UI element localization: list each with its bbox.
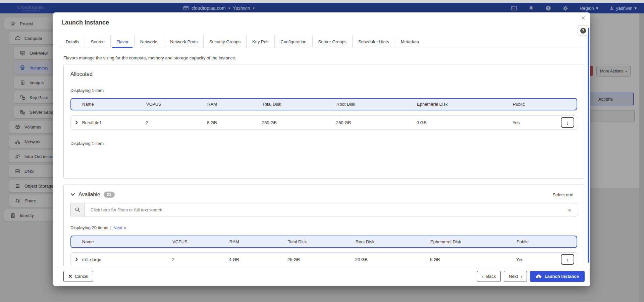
tab-configuration[interactable]: Configuration [275,35,312,48]
col-ram: RAM [207,102,262,107]
svg-text:?: ? [547,6,549,10]
clear-search-icon[interactable]: × [562,203,577,216]
cloud-upload-icon [536,274,542,279]
launch-instance-button[interactable]: Launch Instance [530,271,585,282]
next-chevron-icon: › [521,274,522,279]
allocate-arrow-up-button[interactable]: ↑ [561,254,574,265]
brand-logo-text: Cloudtopiaa [12,5,49,10]
tab-source[interactable]: Source [85,35,111,48]
search-input[interactable] [85,203,562,216]
col-ram: RAM [229,239,288,244]
tab-server-groups[interactable]: Server Groups [313,35,353,48]
allocated-flavor-row[interactable]: BurstLite1 2 8 GB 250 GB 250 GB 0 GB Yes… [70,115,577,130]
context-domain: cloudtopiaa.com [192,5,226,11]
tab-security-groups[interactable]: Security Groups [204,35,247,48]
modal-body: Flavors manage the sizing for the comput… [53,48,590,266]
notifications-bell-icon[interactable] [528,5,534,11]
region-label: Region [580,6,594,11]
flavor-search-bar: × [70,203,577,216]
flavor-root-disk: 20 GB [355,257,430,262]
tab-network-ports[interactable]: Network Ports [164,35,204,48]
next-button[interactable]: Next › [504,271,527,282]
available-flavor-row[interactable]: m1.xlarge 2 4 GB 25 GB 20 GB 5 GB Yes ↑ [70,252,577,266]
flavor-name: m1.xlarge [82,257,101,262]
region-dropdown[interactable]: Region ▾ [580,5,598,11]
available-title: Available [78,192,100,198]
col-ephemeral-disk: Ephemeral Disk [417,102,513,107]
chevron-right-icon[interactable] [75,257,78,261]
col-total-disk: Total Disk [262,102,336,107]
available-count-badge: 21 [104,192,115,198]
username-label: yashwin [616,6,632,11]
topbar: Cloudtopiaa cloudtopiaa.com • Yashwin ▾ … [0,3,644,13]
allocated-table-header: Name VCPUS RAM Total Disk Root Disk Ephe… [70,98,577,110]
context-separator: • [228,5,230,11]
col-root-disk: Root Disk [336,102,417,107]
console-icon[interactable] [511,5,517,11]
separator: | [110,225,111,230]
close-icon[interactable]: × [581,14,585,22]
flavor-total-disk: 250 GB [262,120,336,125]
modal-footer: Cancel ‹ Back Next › Launch Instance [53,266,590,286]
collapse-chevron-icon[interactable] [70,193,75,196]
col-ephemeral-disk: Ephemeral Disk [430,239,517,244]
launch-instance-modal: Launch Instance × ? Details Source Flavo… [53,12,590,286]
tab-networks[interactable]: Networks [135,35,164,48]
tab-scheduler-hints[interactable]: Scheduler Hints [353,35,395,48]
back-label: Back [486,274,496,279]
tab-flavor[interactable]: Flavor [111,35,135,48]
available-count-text: Displaying 20 items [70,225,108,230]
flavor-ephemeral-disk: 0 GB [417,120,513,125]
brand-logo[interactable]: Cloudtopiaa [12,5,49,11]
screen: Cloudtopiaa cloudtopiaa.com • Yashwin ▾ … [0,0,644,302]
col-name: Name [71,102,146,107]
cancel-button[interactable]: Cancel [63,271,93,282]
x-icon [68,274,72,278]
col-total-disk: Total Disk [288,239,356,244]
chevron-right-icon[interactable] [75,120,78,124]
available-section: Available 21 Select one × Displaying 20 … [63,185,584,266]
available-count-line: Displaying 20 items | Next » [70,225,577,230]
flavor-vcpus: 2 [146,120,207,125]
help-icon[interactable]: ? [545,5,551,11]
flavor-name: BurstLite1 [82,120,102,125]
window-chrome-strip [0,0,644,3]
search-icon[interactable] [71,203,85,216]
chevron-down-icon: ▾ [596,5,598,11]
tab-key-pair[interactable]: Key Pair [247,35,275,48]
flavor-public: Yes [516,257,555,262]
chevron-down-icon: ▾ [253,6,255,10]
context-project: Yashwin [233,5,250,11]
question-mark-icon: ? [580,28,586,34]
topbar-right-controls: ? Region ▾ yashwin ▾ [511,5,644,11]
available-header: Available 21 Select one [70,192,577,198]
flavor-vcpus: 2 [172,257,229,262]
user-icon [609,6,614,10]
domain-grid-icon [183,5,189,11]
flavor-description: Flavors manage the sizing for the comput… [63,55,584,60]
allocated-count-top: Displaying 1 item [70,88,577,93]
allocated-section: Allocated Displaying 1 item Name VCPUS R… [63,64,584,179]
modal-tabs: Details Source Flavor Networks Network P… [60,35,583,48]
flavor-root-disk: 250 GB [336,120,417,125]
brand-tagline [21,10,40,11]
chevron-down-icon: ▾ [634,5,637,11]
user-menu[interactable]: yashwin ▾ [609,5,637,11]
col-public: Public [513,102,555,107]
settings-gear-icon[interactable] [562,5,568,11]
tab-metadata[interactable]: Metadata [395,35,425,48]
col-public: Public [517,239,555,244]
back-button[interactable]: ‹ Back [477,271,501,282]
flavor-ephemeral-disk: 5 GB [430,257,516,262]
modal-help-button[interactable]: ? [578,25,588,36]
modal-scrollbar-thumb[interactable] [588,28,589,263]
col-vcpus: VCPUS [172,239,229,244]
flavor-total-disk: 25 GB [287,257,355,262]
tab-details[interactable]: Details [60,35,85,48]
next-page-link[interactable]: Next » [113,225,126,230]
flavor-ram: 4 GB [229,257,287,262]
allocated-count-bottom: Displaying 1 item [70,141,577,146]
project-context-switcher[interactable]: cloudtopiaa.com • Yashwin ▾ [183,5,255,11]
deallocate-arrow-down-button[interactable]: ↓ [561,117,574,128]
footer-right-buttons: ‹ Back Next › Launch Instance [477,271,585,282]
